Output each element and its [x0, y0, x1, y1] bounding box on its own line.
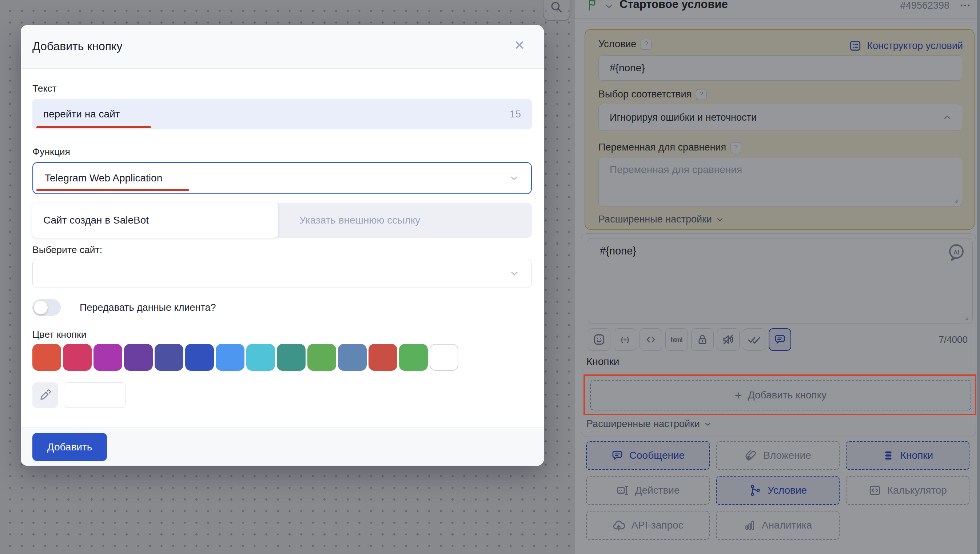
modal-title: Добавить кнопку: [32, 40, 122, 53]
color-swatch[interactable]: [216, 344, 244, 371]
color-swatch[interactable]: [94, 344, 122, 371]
button-text-input[interactable]: перейти на сайт 15: [32, 99, 532, 129]
color-swatch[interactable]: [124, 344, 153, 371]
toggle-label: Передавать данные клиента?: [80, 302, 216, 314]
red-underline-annotation: [37, 189, 189, 191]
color-swatch[interactable]: [32, 344, 61, 371]
chevron-down-icon: [509, 268, 520, 279]
color-swatch[interactable]: [399, 344, 428, 371]
chevron-down-icon: [509, 173, 519, 183]
submit-button[interactable]: Добавить: [32, 433, 107, 461]
site-select[interactable]: [32, 259, 532, 288]
color-swatch[interactable]: [338, 344, 367, 371]
color-label: Цвет кнопки: [32, 329, 86, 340]
color-swatch[interactable]: [155, 344, 184, 371]
color-swatch[interactable]: [429, 344, 458, 371]
text-label: Текст: [32, 83, 57, 94]
red-underline-annotation: [37, 126, 151, 128]
char-counter: 15: [510, 108, 521, 120]
modal-footer: Добавить: [21, 428, 544, 466]
site-label: Выберите сайт:: [32, 244, 102, 256]
function-label: Функция: [32, 146, 70, 158]
modal-header: Добавить кнопку ✕: [21, 25, 544, 69]
close-icon[interactable]: ✕: [514, 39, 525, 52]
toggle-knob: [34, 301, 48, 314]
custom-color-input[interactable]: [64, 382, 126, 408]
screen: Стартовое условие #49562398 Условие ? Ко…: [0, 0, 980, 554]
client-data-toggle-row: Передавать данные клиента?: [32, 299, 216, 316]
eyedropper-button[interactable]: [32, 382, 58, 408]
client-data-toggle[interactable]: [32, 299, 61, 316]
tutorial-highlight-box: [584, 374, 976, 415]
color-swatch[interactable]: [307, 344, 336, 371]
color-swatch[interactable]: [246, 344, 275, 371]
color-swatch[interactable]: [63, 344, 92, 371]
link-source-tabs: Сайт создан в SaleBot Указать внешнюю сс…: [32, 203, 532, 238]
color-swatch[interactable]: [277, 344, 306, 371]
eyedropper-icon: [39, 389, 51, 401]
tab-salebot-site[interactable]: Сайт создан в SaleBot: [32, 203, 278, 238]
color-swatch[interactable]: [185, 344, 214, 371]
color-swatch[interactable]: [369, 344, 397, 371]
add-button-modal: Добавить кнопку ✕ Текст перейти на сайт …: [21, 25, 544, 466]
tab-external-link[interactable]: Указать внешнюю ссылку: [289, 203, 431, 238]
